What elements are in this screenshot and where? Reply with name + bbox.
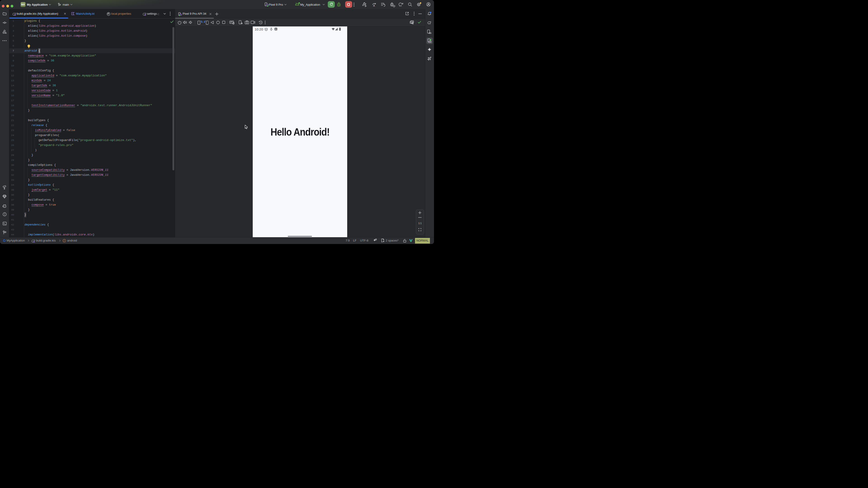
- svg-text:A: A: [373, 4, 375, 7]
- svg-text:λ: λ: [64, 239, 65, 242]
- svg-text:A: A: [275, 28, 277, 30]
